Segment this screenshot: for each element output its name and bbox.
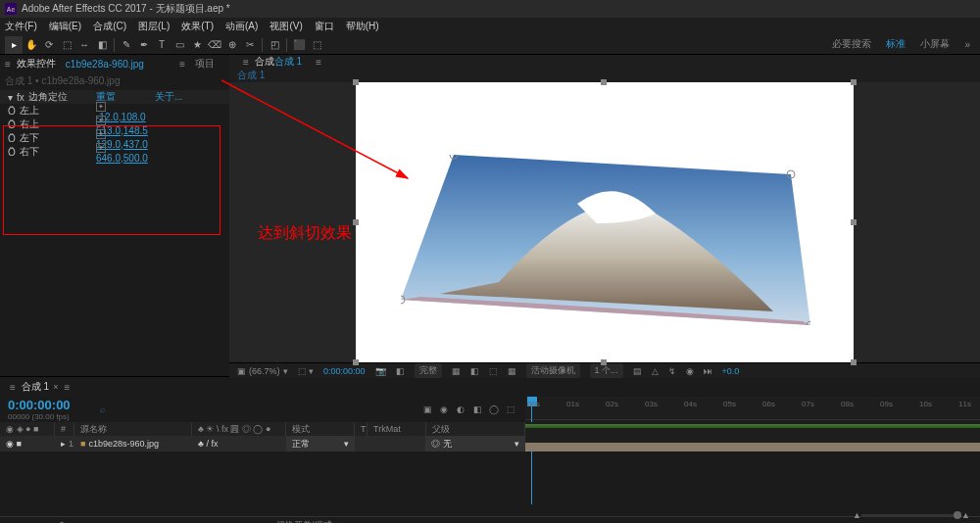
footer-icon[interactable]: ⅊ (55, 519, 69, 524)
text-tool[interactable]: T (153, 36, 171, 54)
orbit-tool[interactable]: ⬚ (58, 36, 75, 54)
panel-menu-icon[interactable]: ≡ (5, 59, 11, 70)
bbox-handle[interactable] (353, 359, 359, 365)
grid-icon[interactable]: ▦ (452, 366, 461, 376)
toggle-switches-label[interactable]: 切换开关/模式 (276, 519, 332, 523)
param-value[interactable]: 646.0,500.0 (96, 153, 148, 164)
crosshair-icon[interactable]: ✦ (96, 143, 106, 153)
search-help[interactable]: 必要搜索 (832, 37, 871, 51)
effect-target-link[interactable]: c1b9e28a-960.jpg (66, 59, 144, 70)
bbox-handle[interactable] (851, 359, 857, 365)
crosshair-icon[interactable]: ✦ (96, 102, 106, 112)
selection-tool[interactable]: ▸ (5, 36, 23, 54)
timeline-time[interactable]: 0:00:00:00 (8, 398, 71, 412)
timeline-tab[interactable]: 合成 1 (22, 380, 49, 394)
resolution-dropdown[interactable]: ⬚ ▾ (298, 366, 315, 376)
hdr-icon[interactable]: ◯ (487, 403, 501, 416)
menu-effect[interactable]: 效果(T) (181, 20, 214, 33)
layer-clip-bar[interactable] (525, 443, 980, 452)
layer-mode[interactable]: 正常▾ (286, 436, 355, 452)
views-dropdown[interactable]: 1 个... (590, 363, 623, 378)
toggle-icon[interactable]: ◉ (686, 366, 694, 376)
brush-tool[interactable]: ▭ (171, 36, 188, 54)
workspace-small[interactable]: 小屏幕 (920, 37, 950, 51)
about-link[interactable]: 关于... (155, 90, 204, 104)
viewer-comp-link[interactable]: 合成 1 (274, 55, 302, 69)
snapshot-icon[interactable]: 📷 (375, 366, 386, 376)
zoom-dropdown[interactable]: ▣ (66.7%) ▾ (237, 366, 288, 376)
layer-av[interactable]: ◉ ■ (0, 436, 55, 452)
twirl-icon[interactable]: ▾ (8, 92, 13, 103)
workspace-standard[interactable]: 标准 (886, 37, 906, 51)
rotate-tool[interactable]: ↔ (75, 36, 93, 54)
stopwatch-icon[interactable]: Ö (8, 147, 16, 158)
eraser-tool[interactable]: ⌫ (206, 36, 223, 54)
work-area-bar[interactable] (525, 424, 980, 428)
tab-project[interactable]: 项目 (195, 57, 215, 71)
composition-canvas[interactable] (356, 82, 854, 362)
canvas-area[interactable] (229, 82, 980, 362)
bbox-handle[interactable] (851, 219, 857, 225)
panel-menu-icon[interactable]: ≡ (10, 382, 16, 393)
slider-track[interactable] (861, 514, 954, 517)
bbox-handle[interactable] (851, 79, 857, 85)
mask-icon[interactable]: ◧ (470, 366, 479, 376)
layer-name[interactable]: c1b9e28s-960.jpg (88, 439, 159, 449)
hand-tool[interactable]: ✋ (23, 36, 40, 54)
bbox-handle[interactable] (353, 219, 359, 225)
panel-menu-icon[interactable]: ≡ (243, 57, 249, 68)
channel-icon[interactable]: ◧ (396, 366, 405, 376)
timeline-track-area[interactable] (525, 422, 980, 452)
layer-switches[interactable]: ♣ / fx (192, 436, 286, 452)
stopwatch-icon[interactable]: Ö (8, 119, 16, 130)
transparency-icon[interactable]: ▦ (508, 366, 516, 376)
snap-2[interactable]: ⬚ (308, 36, 325, 54)
bbox-handle[interactable] (601, 79, 607, 85)
tab-menu-icon[interactable]: ≡ (179, 59, 185, 70)
col-trk-t[interactable]: T (355, 422, 368, 436)
region-icon[interactable]: ⬚ (489, 366, 498, 376)
anchor-tool[interactable]: ◧ (93, 36, 111, 54)
twirl-icon[interactable]: ▸ (61, 439, 66, 449)
menu-file[interactable]: 文件(F) (5, 20, 37, 33)
timeline-ruler[interactable]: 00s 01s 02s 03s 04s 05s 06s 07s 08s 09s … (525, 397, 980, 420)
snap-1[interactable]: ⬛ (290, 36, 308, 54)
3d-icon[interactable]: △ (652, 366, 659, 376)
exposure-value[interactable]: +0.0 (722, 366, 740, 376)
menu-composition[interactable]: 合成(C) (93, 20, 126, 33)
fast-icon[interactable]: ⏭ (704, 366, 712, 376)
footer-icon[interactable]: ⊕ (39, 519, 53, 524)
layer-color-icon[interactable]: ■ (80, 439, 85, 449)
tab-menu-icon[interactable]: ≡ (316, 57, 321, 68)
current-time[interactable]: 0:00:00:00 (323, 366, 366, 376)
stopwatch-icon[interactable]: Ö (8, 106, 16, 117)
hdr-icon[interactable]: ◉ (437, 403, 451, 416)
timeline-zoom-slider[interactable]: ▲ ▲ (853, 509, 970, 521)
layers-icon[interactable]: ▤ (633, 366, 642, 376)
pen-tool[interactable]: ✒ (135, 36, 153, 54)
resolution-label[interactable]: 完整 (415, 363, 442, 378)
hdr-icon[interactable]: ◧ (470, 403, 484, 416)
corner-pin-image[interactable] (401, 155, 810, 325)
fast-preview-icon[interactable]: ↯ (668, 366, 676, 376)
col-switches[interactable]: ♣ ☀ \ fx 圓 ◎ ◯ ● (192, 422, 286, 436)
menu-layer[interactable]: 图层(L) (138, 20, 170, 33)
puppet-tool[interactable]: ✂ (241, 36, 259, 54)
local-axis[interactable]: ◰ (266, 36, 283, 54)
crosshair-icon[interactable]: ✦ (96, 129, 106, 139)
stopwatch-icon[interactable]: Ö (8, 133, 16, 144)
crosshair-icon[interactable]: ✦ (96, 116, 106, 125)
clone-tool[interactable]: ★ (188, 36, 206, 54)
footer-icon[interactable]: ◎ (8, 519, 22, 524)
footer-icon[interactable]: ⊞ (24, 519, 37, 524)
tab-effect-controls[interactable]: 效果控件 (17, 57, 56, 71)
zoom-in-icon[interactable]: ▲ (961, 510, 970, 520)
col-mode[interactable]: 模式 (286, 422, 355, 436)
layer-row[interactable]: ◉ ■ ▸1 ■c1b9e28s-960.jpg ♣ / fx 正常▾ ◎ 无▾ (0, 436, 525, 452)
col-trkmat[interactable]: TrkMat (368, 422, 426, 436)
col-source[interactable]: 源名称 (74, 422, 192, 436)
menu-animation[interactable]: 动画(A) (225, 20, 258, 33)
tab-menu-icon[interactable]: ≡ (64, 382, 70, 393)
hdr-icon[interactable]: ◐ (454, 403, 467, 416)
col-av[interactable]: ◉ ◈ ● ■ (0, 422, 55, 436)
